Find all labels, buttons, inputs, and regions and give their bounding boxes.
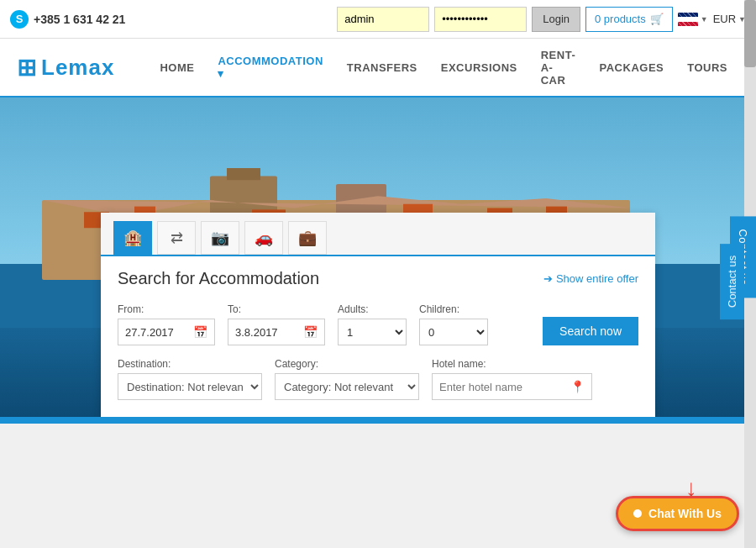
adults-field: Adults: 1 2 3 [338,303,407,345]
nav-item-accommodation[interactable]: ACCOMMODATION ▾ [206,48,334,87]
adults-select-wrapper[interactable]: 1 2 3 [338,319,407,345]
search-row-1: From: 📅 To: 📅 Adults: [118,303,638,345]
children-field: Children: 0 1 2 [419,303,488,345]
destination-select[interactable]: Destination: Not relevant [118,374,261,399]
cart-button[interactable]: 0 products 🛒 [585,7,673,32]
category-label: Category: [275,358,419,370]
logo-icon: ⊞ [17,54,34,82]
contact-us-tab[interactable]: Contact us [720,244,744,319]
scrollbar-thumb[interactable] [744,0,756,67]
language-selector[interactable]: ▼ [678,13,708,26]
from-field: From: 📅 [118,303,215,345]
location-icon: 📍 [570,380,585,393]
show-offer-label: Show entire offer [556,272,638,285]
hotel-name-field: Hotel name: 📍 [432,358,592,400]
hero-section: Contact us 🏨 ⇄ 📷 🚗 💼 Search for Accommod… [0,97,756,417]
logo[interactable]: ⊞ Lemax [17,54,114,82]
login-button[interactable]: Login [532,7,580,32]
children-select-wrapper[interactable]: 0 1 2 [419,319,488,345]
to-field: To: 📅 [228,303,325,345]
cart-label: 0 products [595,13,646,25]
username-input[interactable] [337,7,429,32]
nav-item-packages[interactable]: PACKAGES [588,55,676,81]
top-bar: S +385 1 631 42 21 Login 0 products 🛒 ▼ … [0,0,756,39]
children-label: Children: [419,303,488,315]
adults-select[interactable]: 1 2 3 [339,319,406,345]
nav-bar: ⊞ Lemax HOME ACCOMMODATION ▾ TRANSFERS E… [0,39,756,97]
nav-item-excursions[interactable]: EXCURSIONS [429,55,529,81]
phone-section: S +385 1 631 42 21 [10,10,328,29]
from-calendar-icon: 📅 [193,325,207,339]
category-field: Category: Category: Not relevant [275,358,419,400]
skype-icon: S [10,10,29,29]
tab-rent-a-car[interactable]: 🚗 [244,221,283,255]
nav-item-home[interactable]: HOME [148,55,206,81]
hotel-name-wrapper[interactable]: 📍 [432,373,592,400]
login-area: Login 0 products 🛒 ▼ EUR ▼ [337,7,746,32]
search-title: Search for Accommodation [118,269,319,288]
category-select[interactable]: Category: Not relevant [276,374,418,399]
bottom-blue-bar [0,417,756,424]
children-select[interactable]: 0 1 2 [420,319,487,345]
scrollbar[interactable] [744,0,756,424]
arrow-right-icon: ➔ [543,272,553,285]
from-date-wrapper[interactable]: 📅 [118,319,215,345]
search-row-2: Destination: Destination: Not relevant C… [118,358,638,400]
tab-excursions[interactable]: 📷 [201,221,239,255]
destination-label: Destination: [118,358,262,370]
search-content: Search for Accommodation ➔ Show entire o… [101,256,655,417]
category-select-wrapper[interactable]: Category: Not relevant [275,373,419,400]
contact-tab-label: Contact us [726,256,738,308]
to-label: To: [228,303,325,315]
logo-text: Lemax [41,55,114,81]
destination-field: Destination: Destination: Not relevant [118,358,262,400]
to-date-input[interactable] [235,326,298,339]
lang-chevron: ▼ [701,15,708,24]
destination-select-wrapper[interactable]: Destination: Not relevant [118,373,262,400]
flag-icon [678,13,698,26]
to-calendar-icon: 📅 [303,325,318,339]
search-now-button[interactable]: Search now [543,317,638,345]
search-tabs: 🏨 ⇄ 📷 🚗 💼 [101,213,655,256]
nav-item-transfers[interactable]: TRANSFERS [335,55,429,81]
tab-accommodation[interactable]: 🏨 [113,221,152,255]
tab-packages[interactable]: 💼 [288,221,327,255]
cart-icon: 🛒 [650,13,664,25]
tab-transfers[interactable]: ⇄ [157,221,196,255]
svg-rect-3 [227,168,260,180]
show-entire-offer-link[interactable]: ➔ Show entire offer [543,272,638,285]
search-panel: 🏨 ⇄ 📷 🚗 💼 Search for Accommodation ➔ Sho… [101,213,655,417]
nav-item-rent-a-car[interactable]: RENT-A-CAR [529,42,588,93]
currency-label: EUR [713,13,736,25]
hotel-name-label: Hotel name: [432,358,592,370]
nav-links: HOME ACCOMMODATION ▾ TRANSFERS EXCURSION… [148,42,739,93]
phone-number: +385 1 631 42 21 [34,13,125,26]
search-title-row: Search for Accommodation ➔ Show entire o… [118,269,638,288]
from-label: From: [118,303,215,315]
search-now-container: Search now [543,317,638,345]
to-date-wrapper[interactable]: 📅 [228,319,325,345]
from-date-input[interactable] [125,326,188,339]
currency-selector[interactable]: EUR ▼ [713,13,746,25]
password-input[interactable] [434,7,527,32]
adults-label: Adults: [338,303,407,315]
nav-item-tours[interactable]: TOURS [675,55,739,81]
hotel-name-input[interactable] [439,381,565,393]
